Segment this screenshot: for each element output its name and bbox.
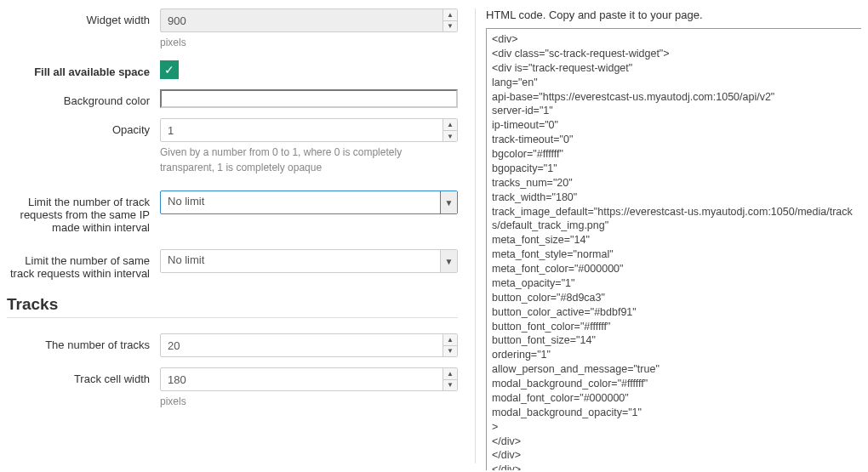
track-cell-width-label: Track cell width — [7, 367, 160, 385]
num-tracks-label: The number of tracks — [7, 333, 160, 351]
widget-width-input[interactable] — [160, 9, 458, 32]
spinner-up-icon[interactable]: ▲ — [443, 9, 457, 21]
html-code-box[interactable]: <div> <div class="sc-track-request-widge… — [486, 28, 861, 470]
settings-form: Widget width ▲ ▼ pixels Fill all availab… — [7, 9, 475, 463]
widget-width-label: Widget width — [7, 9, 160, 26]
limit-ip-value: No limit — [160, 191, 458, 214]
spinner-down-icon[interactable]: ▼ — [443, 346, 457, 357]
code-panel: HTML code. Copy and paste it to your pag… — [475, 9, 861, 463]
limit-same-track-select[interactable]: No limit ▼ — [160, 249, 458, 273]
section-divider — [7, 317, 458, 318]
num-tracks-input[interactable] — [160, 333, 458, 357]
spinner-down-icon[interactable]: ▼ — [443, 380, 457, 391]
track-cell-width-help: pixels — [160, 395, 458, 409]
limit-ip-select[interactable]: No limit ▼ — [160, 191, 458, 214]
spinner-up-icon[interactable]: ▲ — [443, 119, 457, 131]
check-icon: ✓ — [164, 63, 174, 77]
fill-space-checkbox[interactable]: ✓ — [160, 60, 179, 79]
opacity-help: Given by a number from 0 to 1, where 0 i… — [160, 145, 458, 175]
tracks-section-heading: Tracks — [7, 295, 458, 314]
spinner-up-icon[interactable]: ▲ — [443, 334, 457, 346]
limit-ip-label: Limit the number of track requests from … — [7, 191, 160, 234]
fill-space-label: Fill all available space — [7, 60, 160, 78]
spinner-down-icon[interactable]: ▼ — [443, 131, 457, 142]
limit-same-track-label: Limit the number of same track requests … — [7, 249, 160, 280]
spinner-down-icon[interactable]: ▼ — [443, 21, 457, 32]
track-cell-width-input[interactable] — [160, 367, 458, 391]
code-description: HTML code. Copy and paste it to your pag… — [486, 9, 861, 21]
opacity-input[interactable] — [160, 118, 458, 142]
opacity-label: Opacity — [7, 118, 160, 136]
limit-same-track-value: No limit — [160, 249, 458, 273]
spinner-up-icon[interactable]: ▲ — [443, 368, 457, 380]
bg-color-label: Background color — [7, 89, 160, 107]
bg-color-input[interactable] — [160, 89, 458, 108]
widget-width-help: pixels — [160, 36, 458, 50]
